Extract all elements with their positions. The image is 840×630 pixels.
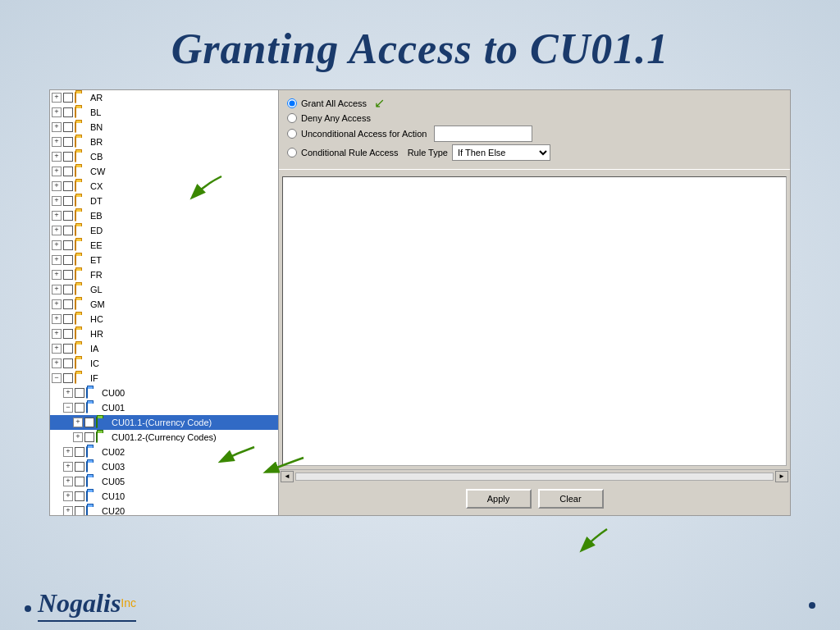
tree-checkbox[interactable] [63,196,73,206]
tree-item[interactable]: +AR [50,90,278,105]
tree-checkbox[interactable] [75,506,84,516]
expand-icon[interactable]: + [73,432,83,442]
tree-checkbox[interactable] [75,403,84,413]
tree-item[interactable]: +IC [50,356,278,371]
tree-item[interactable]: −IF [50,371,278,386]
tree-item[interactable]: +IA [50,341,278,356]
expand-icon[interactable]: + [52,314,62,324]
tree-checkbox[interactable] [63,314,73,324]
tree-checkbox[interactable] [63,344,73,354]
radio-row-deny[interactable]: Deny Any Access [287,113,782,123]
tree-item[interactable]: +EB [50,208,278,223]
tree-checkbox[interactable] [63,181,73,191]
tree-item[interactable]: +CU05 [50,474,278,489]
expand-icon[interactable]: + [52,181,62,191]
expand-icon[interactable]: + [52,211,62,221]
tree-checkbox[interactable] [63,226,73,235]
expand-icon[interactable]: + [52,255,62,265]
tree-item[interactable]: +CU03 [50,459,278,474]
tree-checkbox[interactable] [63,93,73,103]
tree-checkbox[interactable] [75,447,84,457]
tree-checkbox[interactable] [75,462,84,472]
tree-item[interactable]: +CU01.2-(Currency Codes) [50,430,278,445]
horizontal-scrollbar[interactable]: ◄ ► [279,469,790,482]
expand-icon[interactable]: + [52,137,62,147]
expand-icon[interactable]: + [63,506,73,516]
tree-item[interactable]: +CW [50,164,278,179]
expand-icon[interactable]: − [52,373,62,383]
tree-checkbox[interactable] [63,285,73,294]
tree-checkbox[interactable] [63,122,73,132]
expand-icon[interactable]: + [52,240,62,250]
tree-item[interactable]: +CB [50,149,278,164]
expand-icon[interactable]: + [63,447,73,457]
tree-checkbox[interactable] [63,373,73,383]
expand-icon[interactable]: + [52,285,62,294]
radio-grant[interactable] [287,98,297,108]
expand-icon[interactable]: + [52,196,62,206]
tree-item[interactable]: +BN [50,120,278,135]
tree-item[interactable]: +CX [50,179,278,194]
tree-checkbox[interactable] [75,388,84,398]
tree-checkbox[interactable] [63,299,73,309]
tree-checkbox[interactable] [63,211,73,221]
tree-panel[interactable]: +AR+BL+BN+BR+CB+CW+CX+DT+EB+ED+EE+ET+FR+… [49,89,279,516]
expand-icon[interactable]: + [63,388,73,398]
tree-item[interactable]: +BL [50,105,278,120]
expand-icon[interactable]: + [63,477,73,486]
expand-icon[interactable]: + [73,418,83,427]
tree-item[interactable]: +GL [50,282,278,297]
expand-icon[interactable]: + [52,270,62,280]
expand-icon[interactable]: + [52,152,62,162]
radio-row-conditional[interactable]: Conditional Rule Access Rule Type If The… [287,144,782,161]
expand-icon[interactable]: + [52,358,62,368]
tree-checkbox[interactable] [63,240,73,250]
expand-icon[interactable]: + [52,226,62,235]
expand-icon[interactable]: + [52,122,62,132]
expand-icon[interactable]: + [63,462,73,472]
expand-icon[interactable]: + [52,167,62,176]
unconditional-text-field[interactable] [434,126,532,142]
expand-icon[interactable]: + [52,107,62,117]
tree-checkbox[interactable] [63,270,73,280]
tree-checkbox[interactable] [63,358,73,368]
tree-item[interactable]: +DT [50,194,278,208]
scroll-left-btn[interactable]: ◄ [281,471,294,482]
main-content-area[interactable] [282,176,787,466]
tree-checkbox[interactable] [63,152,73,162]
tree-item[interactable]: +CU20 [50,504,278,516]
radio-row-unconditional[interactable]: Unconditional Access for Action [287,126,782,142]
tree-item[interactable]: +HC [50,312,278,326]
tree-checkbox[interactable] [84,432,94,442]
radio-unconditional[interactable] [287,129,297,139]
tree-checkbox[interactable] [63,167,73,176]
tree-item[interactable]: +CU01.1-(Currency Code) [50,415,278,430]
tree-item[interactable]: +GM [50,297,278,312]
tree-item[interactable]: +ET [50,253,278,267]
tree-checkbox[interactable] [84,418,94,427]
tree-checkbox[interactable] [63,329,73,339]
scroll-track[interactable] [295,472,774,481]
tree-item[interactable]: +CU10 [50,489,278,504]
expand-icon[interactable]: − [63,403,73,413]
tree-item[interactable]: +ED [50,223,278,238]
tree-checkbox[interactable] [75,477,84,486]
radio-conditional[interactable] [287,148,297,158]
tree-item[interactable]: +EE [50,238,278,253]
tree-item[interactable]: −CU01 [50,400,278,415]
tree-checkbox[interactable] [63,137,73,147]
expand-icon[interactable]: + [52,93,62,103]
apply-button[interactable]: Apply [466,489,532,509]
tree-item[interactable]: +FR [50,267,278,282]
tree-checkbox[interactable] [75,491,84,501]
tree-checkbox[interactable] [63,255,73,265]
clear-button[interactable]: Clear [538,489,604,509]
radio-row-grant[interactable]: Grant All Access ↙ [287,95,782,111]
expand-icon[interactable]: + [52,329,62,339]
scroll-right-btn[interactable]: ► [775,471,788,482]
rule-type-dropdown[interactable]: If Then Else Custom [452,144,550,161]
tree-item[interactable]: +HR [50,326,278,341]
expand-icon[interactable]: + [52,299,62,309]
radio-deny[interactable] [287,113,297,123]
expand-icon[interactable]: + [52,344,62,354]
